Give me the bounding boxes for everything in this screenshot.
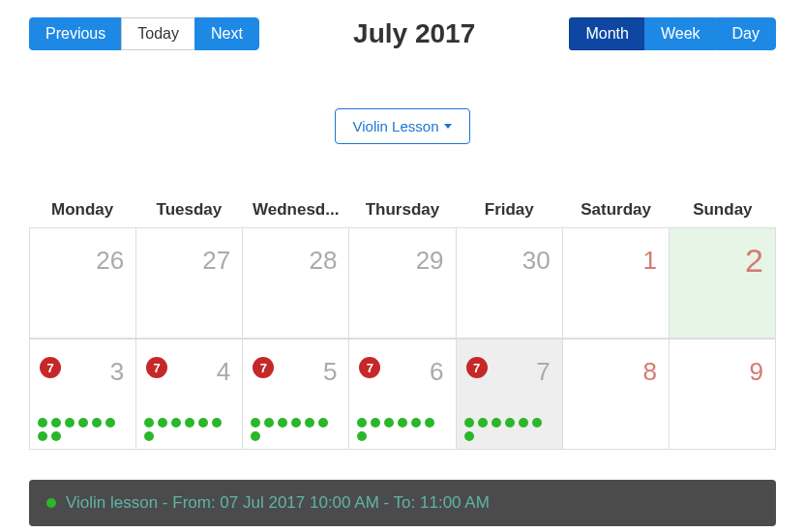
calendar-cell[interactable]: 77	[457, 339, 563, 450]
weekday-header: Sunday	[670, 192, 776, 227]
calendar-cell[interactable]: 27	[136, 227, 243, 339]
calendar-cell[interactable]: 26	[30, 227, 136, 339]
calendar-cell[interactable]: 8	[563, 339, 670, 450]
calendar-cell[interactable]: 29	[349, 227, 456, 339]
view-month-button[interactable]: Month	[569, 17, 643, 50]
event-dot-icon	[411, 418, 421, 428]
event-dot-icon	[51, 431, 61, 441]
event-dot-icon	[478, 418, 488, 428]
day-number: 7	[536, 357, 550, 387]
event-tooltip: Violin lesson - From: 07 Jul 2017 10:00 …	[29, 480, 776, 526]
event-dot-icon	[158, 418, 167, 428]
weekday-row: Monday Tuesday Wednesd... Thursday Frida…	[29, 192, 776, 227]
event-count-badge: 7	[253, 357, 274, 378]
calendar-header: Previous Today Next July 2017 Month Week…	[0, 0, 805, 50]
view-button-group: Month Week Day	[569, 17, 776, 50]
view-week-button[interactable]: Week	[644, 17, 716, 50]
event-dots	[464, 418, 554, 441]
day-number: 9	[750, 357, 763, 387]
event-count-badge: 7	[359, 357, 380, 378]
event-dot-icon	[464, 431, 474, 441]
event-dots	[251, 418, 341, 441]
event-dot-icon	[357, 431, 367, 441]
lesson-filter-label: Violin Lesson	[353, 118, 439, 134]
calendar-cell[interactable]: 2	[670, 227, 776, 339]
weekday-header: Monday	[29, 192, 135, 227]
view-day-button[interactable]: Day	[716, 17, 776, 50]
day-number: 3	[110, 357, 124, 387]
filter-row: Violin Lesson	[0, 108, 805, 144]
calendar-cell[interactable]: 9	[670, 339, 776, 450]
day-number: 2	[745, 242, 763, 280]
event-dots	[357, 418, 447, 441]
event-tooltip-text: Violin lesson - From: 07 Jul 2017 10:00 …	[66, 493, 490, 513]
event-dot-icon	[278, 418, 287, 428]
day-number: 27	[202, 246, 230, 276]
calendar-cell[interactable]: 28	[243, 227, 349, 339]
event-dot-icon	[38, 431, 47, 441]
day-number: 4	[217, 357, 230, 387]
day-number: 1	[642, 246, 656, 276]
weekday-header: Friday	[456, 192, 562, 227]
lesson-filter-dropdown[interactable]: Violin Lesson	[335, 108, 471, 144]
event-dot-icon	[384, 418, 394, 428]
event-dot-icon	[371, 418, 380, 428]
event-dots	[38, 418, 128, 441]
event-dot-icon	[105, 418, 115, 428]
event-dot-icon	[144, 418, 154, 428]
event-dot-icon	[398, 418, 407, 428]
day-number: 8	[642, 357, 656, 387]
weekday-header: Thursday	[349, 192, 456, 227]
event-dot-icon	[357, 418, 367, 428]
event-dot-icon	[171, 418, 181, 428]
nav-button-group: Previous Today Next	[29, 17, 259, 50]
weekday-header: Tuesday	[135, 192, 242, 227]
today-button[interactable]: Today	[121, 17, 194, 50]
event-dot-icon	[291, 418, 301, 428]
day-number: 5	[323, 357, 337, 387]
event-dot-icon	[425, 418, 434, 428]
calendar-cell[interactable]: 47	[136, 339, 243, 450]
day-number: 26	[96, 246, 124, 276]
event-dot-icon	[532, 418, 542, 428]
day-number: 28	[310, 246, 338, 276]
event-dot-icon	[519, 418, 528, 428]
calendar-cell[interactable]: 1	[563, 227, 670, 339]
day-number: 6	[430, 357, 443, 387]
event-dot-icon	[464, 418, 474, 428]
event-dot-icon	[38, 418, 47, 428]
event-dot-icon	[505, 418, 515, 428]
event-count-badge: 7	[466, 357, 488, 378]
event-count-badge: 7	[40, 357, 61, 378]
calendar-title: July 2017	[353, 18, 475, 49]
day-number: 30	[522, 246, 551, 276]
day-number: 29	[416, 246, 444, 276]
event-dot-icon	[46, 498, 56, 508]
calendar-cell[interactable]: 37	[30, 339, 136, 450]
event-dot-icon	[51, 418, 61, 428]
event-dot-icon	[305, 418, 314, 428]
event-dots	[144, 418, 234, 441]
event-count-badge: 7	[146, 357, 167, 378]
event-dot-icon	[198, 418, 208, 428]
weekday-header: Wednesd...	[243, 192, 349, 227]
event-dot-icon	[212, 418, 222, 428]
caret-down-icon	[444, 124, 452, 129]
weekday-header: Saturday	[562, 192, 669, 227]
event-dot-icon	[318, 418, 328, 428]
event-dot-icon	[264, 418, 274, 428]
event-dot-icon	[144, 431, 154, 441]
previous-button[interactable]: Previous	[29, 17, 121, 50]
event-dot-icon	[251, 418, 260, 428]
next-button[interactable]: Next	[194, 17, 259, 50]
calendar-body: Monday Tuesday Wednesd... Thursday Frida…	[29, 192, 776, 450]
event-dot-icon	[185, 418, 194, 428]
event-dot-icon	[92, 418, 102, 428]
calendar-cell[interactable]: 30	[457, 227, 563, 339]
calendar-cell[interactable]: 57	[243, 339, 349, 450]
event-dot-icon	[492, 418, 501, 428]
event-dot-icon	[251, 431, 260, 441]
event-dot-icon	[78, 418, 88, 428]
days-grid: 262728293012374757677789	[29, 227, 776, 450]
calendar-cell[interactable]: 67	[349, 339, 456, 450]
